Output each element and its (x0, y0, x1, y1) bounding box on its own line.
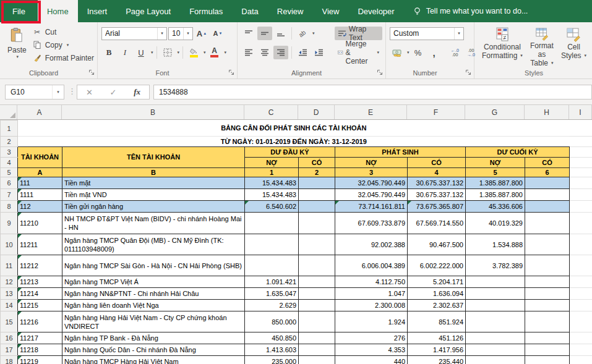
header-closing[interactable]: DƯ CUỐI KỲ (466, 147, 570, 158)
cell-overflow[interactable] (570, 213, 592, 234)
cell-H12[interactable] (525, 276, 570, 288)
header-index-3[interactable]: 2 (299, 168, 335, 177)
cell-A8[interactable]: 112 (18, 201, 62, 213)
merge-center-button[interactable]: Merge & Center ▾ (335, 46, 382, 59)
fill-color-button[interactable] (186, 46, 201, 59)
header-index-6[interactable]: 5 (466, 168, 525, 177)
cell-F10[interactable]: 90.467.500 (408, 234, 466, 255)
row-header-11[interactable]: 11 (1, 255, 18, 276)
cell-H13[interactable] (525, 288, 570, 300)
fill-color-dropdown-arrow[interactable]: ▾ (204, 50, 206, 55)
cell-G14[interactable] (466, 300, 525, 311)
header-credit[interactable]: CÓ (408, 158, 466, 168)
header-credit[interactable]: CÓ (525, 158, 570, 168)
header-debit[interactable]: NỢ (466, 158, 525, 168)
cell-C10[interactable] (245, 234, 299, 255)
comma-style-button[interactable]: , (427, 46, 442, 59)
cell-overflow[interactable] (570, 255, 592, 276)
column-header-I[interactable]: I (569, 105, 592, 119)
number-format-select[interactable]: Custom ▾ (390, 27, 464, 40)
wrap-text-button[interactable]: Wrap Text (335, 27, 382, 40)
cell-G6[interactable]: 1.385.887.800 (466, 177, 525, 189)
cell-F17[interactable]: 1.417.956 (408, 344, 466, 356)
cell-H8[interactable] (525, 201, 570, 213)
row-header-3[interactable]: 3 (1, 147, 18, 158)
cell-F6[interactable]: 30.675.337.132 (408, 177, 466, 189)
cell-D8[interactable] (299, 201, 335, 213)
row-header-1[interactable]: 1 (1, 121, 18, 137)
cell-A11[interactable]: 11212 (18, 255, 62, 276)
cell-H10[interactable] (525, 234, 570, 255)
cell-E6[interactable]: 32.045.790.449 (335, 177, 408, 189)
copy-button[interactable]: Copy ▾ (33, 38, 94, 51)
cell-F8[interactable]: 73.675.365.807 (408, 201, 466, 213)
column-header-D[interactable]: D (298, 105, 335, 119)
name-box[interactable]: G10 ▾ (5, 85, 64, 99)
cell-B7[interactable]: Tiền mặt VND (62, 189, 245, 201)
cell-B17[interactable]: Ngân hàng Quốc Dân - Chi nhánh Đà Nẵng (62, 344, 245, 356)
cell-E16[interactable]: 276 (335, 332, 408, 344)
header-index-7[interactable]: 6 (525, 168, 570, 177)
cell-E15[interactable]: 1.924 (335, 311, 408, 332)
cell-C14[interactable]: 2.629 (245, 300, 299, 311)
cell-H7[interactable] (525, 189, 570, 201)
row-header-15[interactable]: 15 (1, 311, 18, 332)
header-account-name[interactable]: TÊN TÀI KHOẢN (62, 147, 245, 168)
cell-H11[interactable] (525, 255, 570, 276)
borders-dropdown-arrow[interactable]: ▾ (178, 50, 180, 55)
row-header-9[interactable]: 9 (1, 213, 18, 234)
font-name-dropdown-arrow[interactable]: ▾ (157, 28, 166, 40)
cell-H9[interactable] (525, 213, 570, 234)
cell-C12[interactable]: 1.091.421 (245, 276, 299, 288)
cell-A7[interactable]: 1111 (18, 189, 62, 201)
cell-B10[interactable]: Ngân hàng TMCP Quân Đội (MB) - CN Mỹ Đìn… (62, 234, 245, 255)
tab-home[interactable]: Home (38, 0, 78, 22)
cell-B18[interactable]: Ngân hàng TMCP Hàng Hải Việt Nam (62, 356, 245, 364)
cell-G10[interactable]: 1.534.888 (466, 234, 525, 255)
cell-overflow[interactable] (570, 344, 592, 356)
cell-F7[interactable]: 30.675.337.132 (408, 189, 466, 201)
cell-H14[interactable] (525, 300, 570, 311)
font-color-dropdown-arrow[interactable]: ▾ (225, 50, 227, 55)
header-index-4[interactable]: 3 (335, 168, 408, 177)
cell-E7[interactable]: 32.045.790.449 (335, 189, 408, 201)
cell-C6[interactable]: 15.434.483 (245, 177, 299, 189)
cell-C17[interactable]: 1.413.603 (245, 344, 299, 356)
cell-E8[interactable]: 73.714.161.811 (335, 201, 408, 213)
cell-overflow[interactable] (570, 311, 592, 332)
cell-A14[interactable]: 11215 (18, 300, 62, 311)
cell-F18[interactable]: 235.440 (408, 356, 466, 364)
cell-D11[interactable] (299, 255, 335, 276)
align-right-button[interactable] (273, 46, 288, 59)
font-color-button[interactable]: A (207, 46, 222, 59)
cell-G8[interactable]: 45.336.606 (466, 201, 525, 213)
cell-overflow[interactable] (570, 356, 592, 364)
conditional-formatting-dropdown-arrow[interactable]: ▾ (520, 51, 523, 60)
header-index-2[interactable]: 1 (245, 168, 299, 177)
cell-overflow[interactable] (570, 168, 592, 177)
cell-overflow[interactable] (570, 177, 592, 189)
paste-button[interactable]: Paste ▾ (4, 25, 30, 66)
cell-G13[interactable] (466, 288, 525, 300)
merge-center-dropdown-arrow[interactable]: ▾ (377, 50, 379, 55)
cell-styles-button[interactable]: Cell Styles▾ (557, 25, 590, 67)
cell-overflow[interactable] (570, 276, 592, 288)
tab-formulas[interactable]: Formulas (180, 0, 232, 22)
enter-button[interactable]: ✓ (110, 88, 117, 97)
cell-C13[interactable]: 1.635.047 (245, 288, 299, 300)
cell-F12[interactable]: 5.204.171 (408, 276, 466, 288)
format-painter-button[interactable]: Format Painter (33, 51, 94, 64)
row-header-18[interactable]: 18 (1, 356, 18, 364)
header-index-1[interactable]: B (62, 168, 245, 177)
cell-C8[interactable]: 6.540.602 (245, 201, 299, 213)
cut-button[interactable]: ✂ Cut (33, 25, 94, 38)
underline-button[interactable]: U (134, 46, 148, 59)
row-header-12[interactable]: 12 (1, 276, 18, 288)
cell-G17[interactable] (466, 344, 525, 356)
cell-B16[interactable]: Ngân hàng TP Bank - Đà Nẵng (62, 332, 245, 344)
conditional-formatting-button[interactable]: ≠ Conditional Formatting▾ (478, 25, 526, 67)
cell-F14[interactable]: 2.302.637 (408, 300, 466, 311)
number-dialog-launcher[interactable] (465, 69, 472, 76)
cell-E14[interactable]: 2.300.008 (335, 300, 408, 311)
header-incurred[interactable]: PHÁT SINH (335, 147, 466, 158)
